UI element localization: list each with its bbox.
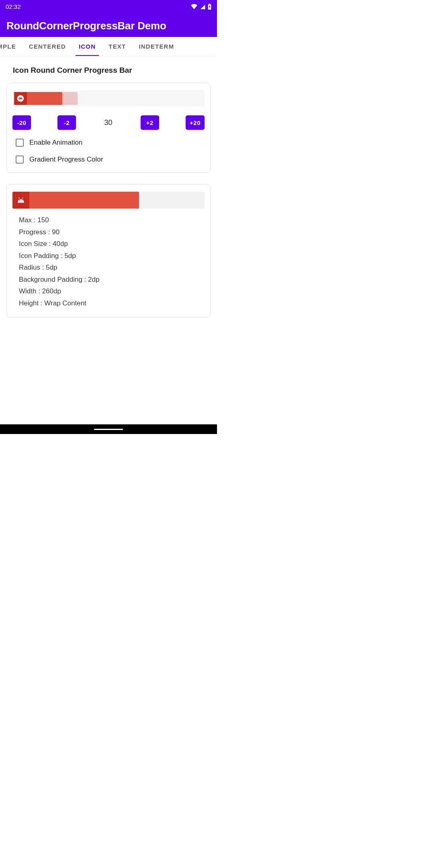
status-time: 02:32	[6, 3, 21, 10]
spec-line: Icon Size : 40dp	[19, 239, 205, 249]
status-bar: 02:32	[0, 0, 217, 13]
icon-progress-bar-1	[12, 90, 205, 106]
svg-line-5	[19, 198, 20, 199]
tab-indeterminate[interactable]: INDETERM	[132, 37, 180, 56]
nav-pill[interactable]	[94, 429, 123, 430]
svg-point-8	[19, 200, 20, 201]
demo-card-2: Max : 150 Progress : 90 Icon Size : 40dp…	[6, 184, 211, 317]
increment-20-button[interactable]: +20	[186, 115, 205, 130]
enable-animation-label: Enable Animation	[29, 139, 82, 147]
app-bar: RoundCornerProgressBar Demo	[0, 13, 217, 37]
spec-line: Background Padding : 2dp	[19, 274, 205, 285]
progress-controls: -20 -2 30 +2 +20	[12, 115, 205, 130]
tab-icon[interactable]: ICON	[72, 37, 102, 56]
spec-line: Progress : 90	[19, 227, 205, 237]
progress-primary-2	[12, 192, 139, 209]
system-nav-bar	[0, 424, 217, 434]
progress-icon-box-2	[12, 192, 29, 209]
enable-animation-row: Enable Animation	[12, 139, 205, 147]
android-icon	[17, 95, 24, 102]
gradient-color-checkbox[interactable]	[16, 156, 24, 164]
spec-line: Height : Wrap Content	[19, 298, 205, 309]
progress-value-display: 30	[103, 119, 114, 127]
svg-line-6	[23, 198, 23, 199]
decrement-20-button[interactable]: -20	[12, 115, 31, 130]
svg-rect-1	[209, 4, 210, 4]
gradient-color-row: Gradient Progress Color	[12, 156, 205, 164]
spec-list: Max : 150 Progress : 90 Icon Size : 40dp…	[12, 215, 205, 308]
decrement-2-button[interactable]: -2	[57, 115, 76, 130]
enable-animation-checkbox[interactable]	[16, 139, 24, 147]
tab-centered[interactable]: CENTERED	[23, 37, 72, 56]
cellular-icon	[200, 4, 205, 9]
content-scroll[interactable]: Icon Round Corner Progress Bar -20 -2 30…	[0, 56, 217, 434]
progress-icon-box	[14, 92, 27, 105]
spec-line: Width : 260dp	[19, 286, 205, 297]
section-title: Icon Round Corner Progress Bar	[13, 66, 211, 75]
wifi-icon	[191, 4, 197, 9]
battery-icon	[208, 4, 211, 10]
tab-simple[interactable]: IMPLE	[0, 37, 23, 56]
svg-rect-7	[18, 201, 24, 203]
status-icons	[191, 4, 211, 10]
svg-point-9	[22, 200, 23, 201]
gradient-color-label: Gradient Progress Color	[29, 156, 103, 164]
spec-line: Icon Padding : 5dp	[19, 251, 205, 261]
icon-progress-bar-2	[12, 192, 205, 209]
tab-text[interactable]: TEXT	[102, 37, 132, 56]
tab-bar: IMPLE CENTERED ICON TEXT INDETERM	[0, 37, 217, 56]
spec-line: Max : 150	[19, 215, 205, 225]
android-icon	[16, 195, 26, 205]
app-title: RoundCornerProgressBar Demo	[6, 20, 211, 32]
demo-card-1: -20 -2 30 +2 +20 Enable Animation Gradie…	[6, 83, 211, 173]
svg-point-4	[21, 98, 21, 98]
increment-2-button[interactable]: +2	[141, 115, 159, 130]
svg-point-3	[19, 98, 20, 98]
spec-line: Radius : 5dp	[19, 262, 205, 273]
